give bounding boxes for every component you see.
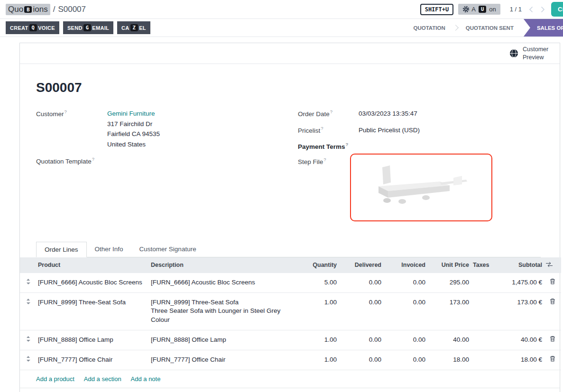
globe-icon — [509, 49, 518, 58]
btn-text: CREAT — [10, 25, 28, 31]
corner-teal-button[interactable]: Ci — [551, 2, 563, 17]
tab-other-info[interactable]: Other Info — [87, 242, 131, 257]
cell-taxes[interactable] — [471, 273, 496, 292]
create-invoice-button[interactable]: CREATQVOICE — [6, 21, 59, 34]
pager-next-icon[interactable] — [539, 6, 546, 13]
customer-preview-button[interactable]: Customer Preview — [509, 46, 552, 61]
top-bar: QuoBions / S00007 SHIFT+U AUon 1 / 1 Ci — [0, 0, 563, 19]
field-groups: Customer? Gemini Furniture 317 Fairchild… — [36, 109, 541, 228]
cell-delivered[interactable]: 0.00 — [339, 273, 383, 292]
cell-taxes[interactable] — [471, 350, 496, 370]
kbd-hint-u: U — [479, 6, 486, 13]
cell-unit-price[interactable]: 40.00 — [427, 330, 471, 350]
field-column-right: Order Date? 03/03/2023 13:35:47 Pricelis… — [298, 109, 541, 228]
stage-separator-icon — [452, 25, 459, 31]
btn-text: CA — [121, 25, 129, 31]
cell-taxes[interactable] — [471, 292, 496, 330]
help-icon: ? — [65, 109, 67, 114]
cell-unit-price[interactable]: 295.00 — [427, 273, 471, 292]
delete-line-icon[interactable] — [544, 292, 561, 330]
table-header-row: Product Description Quantity Delivered I… — [20, 257, 561, 273]
col-delivered: Delivered — [339, 257, 383, 273]
customer-link[interactable]: Gemini Furniture — [107, 110, 155, 117]
cell-invoiced[interactable]: 0.00 — [383, 292, 427, 330]
customer-preview-label: Customer Preview — [523, 46, 552, 61]
stage-quotation-sent[interactable]: QUOTATION SENT — [459, 25, 521, 31]
table-row[interactable]: [FURN_8999] Three-Seat Sofa [FURN_8999] … — [20, 292, 561, 330]
cell-subtotal: 18.00 € — [496, 350, 544, 370]
cell-product[interactable]: [FURN_6666] Acoustic Bloc Screens — [36, 273, 149, 292]
drag-handle-icon[interactable] — [20, 292, 36, 330]
help-icon: ? — [321, 126, 323, 131]
breadcrumb-separator: / — [53, 5, 55, 14]
help-icon: ? — [330, 109, 332, 114]
pricelist-value[interactable]: Public Pricelist (USD) — [359, 125, 420, 136]
cell-description[interactable]: [FURN_6666] Acoustic Bloc Screens — [149, 273, 294, 292]
cell-quantity[interactable]: 1.00 — [294, 292, 339, 330]
cell-product[interactable]: [FURN_8999] Three-Seat Sofa — [36, 292, 149, 330]
customer-address-line: Fairfield CA 94535 — [107, 130, 160, 137]
btn-text: EMAIL — [92, 25, 109, 31]
delete-line-icon[interactable] — [544, 350, 561, 370]
stage-quotation[interactable]: QUOTATION — [406, 25, 452, 31]
stage-sales-order[interactable]: SALES ORDER — [524, 19, 563, 36]
cell-product[interactable]: [FURN_7777] Office Chair — [36, 350, 149, 370]
order-lines-table: Product Description Quantity Delivered I… — [20, 257, 561, 370]
cell-delivered[interactable]: 0.00 — [339, 350, 383, 370]
description-main: [FURN_8999] Three-Seat Sofa — [151, 298, 292, 307]
add-a-product-link[interactable]: Add a product — [36, 375, 74, 383]
cell-invoiced[interactable]: 0.00 — [383, 350, 427, 370]
add-a-note-link[interactable]: Add a note — [131, 375, 161, 383]
step-file-image[interactable] — [350, 154, 492, 221]
handle-header — [20, 257, 36, 273]
customer-label: Customer? — [36, 109, 107, 118]
cell-invoiced[interactable]: 0.00 — [383, 273, 427, 292]
table-row[interactable]: [FURN_6666] Acoustic Bloc Screens [FURN_… — [20, 273, 561, 292]
action-menu-button[interactable]: AUon — [458, 4, 500, 15]
field-step-file: Step File? — [298, 156, 541, 221]
cell-invoiced[interactable]: 0.00 — [383, 330, 427, 350]
form-view: Customer Preview S00007 Customer? Gemini… — [0, 37, 563, 392]
cell-delivered[interactable]: 0.00 — [339, 292, 383, 330]
table-row[interactable]: [FURN_7777] Office Chair [FURN_7777] Off… — [20, 350, 561, 370]
optional-columns-icon[interactable] — [544, 257, 561, 273]
send-email-button[interactable]: SENDGEMAIL — [63, 21, 113, 34]
add-a-section-link[interactable]: Add a section — [84, 375, 121, 383]
cell-unit-price[interactable]: 173.00 — [427, 292, 471, 330]
cell-description[interactable]: [FURN_7777] Office Chair — [149, 350, 294, 370]
cell-description[interactable]: [FURN_8888] Office Lamp — [149, 330, 294, 350]
pager-prev-icon[interactable] — [527, 6, 535, 13]
cell-unit-price[interactable]: 18.00 — [427, 350, 471, 370]
action-label-prefix: A — [471, 6, 476, 13]
topbar-right: SHIFT+U AUon 1 / 1 Ci — [420, 2, 563, 17]
delete-line-icon[interactable] — [544, 330, 561, 350]
breadcrumb: QuoBions / S00007 — [6, 4, 86, 15]
drag-handle-icon[interactable] — [20, 350, 36, 370]
cell-product[interactable]: [FURN_8888] Office Lamp — [36, 330, 149, 350]
cancel-button[interactable]: CAZEL — [117, 21, 150, 34]
cell-quantity[interactable]: 1.00 — [294, 350, 339, 370]
kbd-hint-z: Z — [130, 24, 138, 31]
cell-delivered[interactable]: 0.00 — [339, 330, 383, 350]
action-bar: CREATQVOICE SENDGEMAIL CAZEL QUOTATION Q… — [0, 19, 563, 37]
delete-line-icon[interactable] — [544, 273, 561, 292]
payment-terms-label: Payment Terms? — [298, 141, 359, 150]
breadcrumb-current: S00007 — [58, 5, 86, 14]
cell-quantity[interactable]: 1.00 — [294, 330, 339, 350]
order-date-label: Order Date? — [298, 109, 359, 118]
table-row[interactable]: [FURN_8888] Office Lamp [FURN_8888] Offi… — [20, 330, 561, 350]
tab-customer-signature[interactable]: Customer Signature — [131, 242, 204, 257]
action-label-suffix: on — [489, 6, 496, 13]
kbd-hint-g: G — [83, 24, 92, 31]
cell-quantity[interactable]: 5.00 — [294, 273, 339, 292]
cell-description[interactable]: [FURN_8999] Three-Seat SofaThree Seater … — [149, 292, 294, 330]
order-date-value[interactable]: 03/03/2023 13:35:47 — [359, 109, 417, 119]
cell-taxes[interactable] — [471, 330, 496, 350]
field-pricelist: Pricelist? Public Pricelist (USD) — [298, 125, 541, 136]
drag-handle-icon[interactable] — [20, 330, 36, 350]
cell-subtotal: 173.00 € — [496, 292, 544, 330]
drag-handle-icon[interactable] — [20, 273, 36, 292]
cell-subtotal: 1,475.00 € — [496, 273, 544, 292]
breadcrumb-quotations[interactable]: QuoBions — [6, 4, 50, 15]
tab-order-lines[interactable]: Order Lines — [36, 242, 87, 257]
